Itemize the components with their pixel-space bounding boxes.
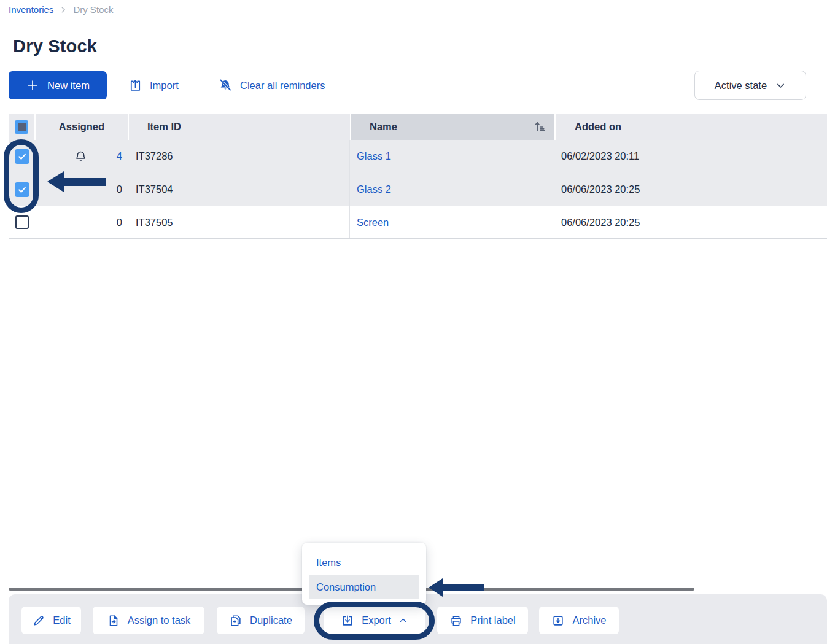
print-label-label: Print label: [470, 615, 515, 626]
breadcrumb: Inventories Dry Stock: [9, 4, 113, 15]
state-filter-dropdown[interactable]: Active state: [694, 71, 806, 100]
chevron-down-icon: [775, 80, 786, 91]
item-id: IT37505: [128, 206, 349, 238]
assigned-count-link[interactable]: 4: [117, 150, 122, 162]
export-menu-item-items[interactable]: Items: [302, 550, 426, 575]
header-added-on[interactable]: Added on: [556, 114, 827, 140]
copy-plus-icon: [229, 614, 243, 627]
added-on: 06/02/2023 20:11: [553, 140, 827, 173]
row-checkbox-unchecked[interactable]: [15, 215, 29, 229]
assigned-count: 0: [117, 217, 122, 228]
item-name-link[interactable]: Screen: [357, 217, 389, 228]
header-name-label: Name: [370, 121, 397, 133]
inventory-table: Assigned Item ID Name Added on: [9, 114, 827, 239]
breadcrumb-inventories-link[interactable]: Inventories: [9, 4, 53, 15]
table-row[interactable]: 0 IT37504 Glass 2 06/06/2023 20:25: [9, 173, 827, 206]
export-button[interactable]: Export: [324, 607, 425, 634]
plus-icon: [26, 79, 39, 92]
new-item-label: New item: [47, 80, 90, 91]
reminder-bell-icon[interactable]: [74, 149, 88, 163]
download-icon: [341, 614, 354, 627]
item-name-link[interactable]: Glass 1: [357, 150, 391, 162]
chevron-right-icon: [59, 6, 68, 14]
header-assigned[interactable]: Assigned: [36, 114, 128, 140]
table-header-row: Assigned Item ID Name Added on: [9, 114, 827, 140]
clear-all-reminders-button[interactable]: Clear all reminders: [218, 71, 325, 99]
chevron-up-icon: [398, 616, 408, 625]
bell-off-icon: [218, 78, 233, 93]
row-checkbox-checked[interactable]: [15, 182, 29, 197]
duplicate-button[interactable]: Duplicate: [217, 607, 305, 634]
item-name-link[interactable]: Glass 2: [357, 184, 391, 195]
print-label-button[interactable]: Print label: [437, 607, 528, 634]
item-id: IT37286: [128, 140, 349, 173]
import-label: Import: [150, 80, 179, 91]
edit-label: Edit: [53, 615, 70, 626]
header-name[interactable]: Name: [351, 114, 554, 140]
table-row[interactable]: 4 IT37286 Glass 1 06/02/2023 20:11: [9, 140, 827, 173]
row-checkbox-checked[interactable]: [15, 149, 29, 164]
archive-label: Archive: [572, 615, 606, 626]
breadcrumb-current: Dry Stock: [73, 4, 113, 15]
file-arrow-icon: [107, 614, 120, 627]
edit-button[interactable]: Edit: [21, 607, 81, 634]
archive-box-icon: [551, 614, 565, 627]
header-item-id[interactable]: Item ID: [129, 114, 350, 140]
item-id: IT37504: [128, 173, 349, 206]
export-label: Export: [362, 615, 391, 626]
import-button[interactable]: Import: [128, 71, 179, 99]
export-dropdown-menu: Items Consumption: [302, 543, 426, 605]
archive-button[interactable]: Archive: [539, 607, 619, 634]
assigned-count: 0: [117, 184, 122, 195]
table-row[interactable]: 0 IT37505 Screen 06/06/2023 20:25: [9, 206, 827, 239]
sort-ascending-icon[interactable]: [533, 120, 547, 134]
state-filter-label: Active state: [715, 80, 767, 91]
export-menu-item-consumption[interactable]: Consumption: [309, 575, 419, 599]
upload-icon: [128, 79, 142, 93]
select-all-checkbox[interactable]: [15, 120, 28, 134]
printer-icon: [449, 614, 463, 627]
pencil-icon: [32, 614, 45, 627]
page-title: Dry Stock: [13, 36, 97, 56]
select-all-cell: [9, 114, 34, 140]
duplicate-label: Duplicate: [250, 615, 292, 626]
added-on: 06/06/2023 20:25: [553, 206, 827, 238]
added-on: 06/06/2023 20:25: [553, 173, 827, 206]
clear-all-reminders-label: Clear all reminders: [240, 80, 325, 91]
assign-to-task-button[interactable]: Assign to task: [93, 607, 204, 634]
new-item-button[interactable]: New item: [9, 71, 107, 99]
assign-to-task-label: Assign to task: [128, 615, 191, 626]
